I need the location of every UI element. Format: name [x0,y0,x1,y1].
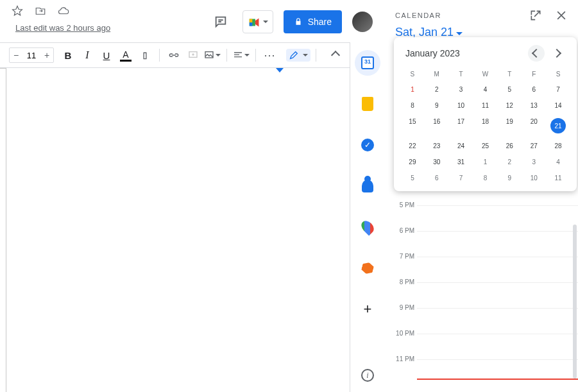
day-cell[interactable]: 5 [400,170,425,186]
day-cell[interactable]: 7 [449,170,473,186]
time-label: 10 PM [393,330,414,337]
italic-button[interactable]: I [78,46,96,64]
prev-month-button[interactable] [528,45,545,62]
day-cell[interactable]: 22 [400,138,425,154]
day-cell[interactable]: 8 [400,98,425,114]
day-cell[interactable]: 21 [546,114,570,138]
collapse-toolbar-button[interactable] [327,46,344,64]
day-cell[interactable]: 4 [473,81,498,98]
day-cell[interactable]: 2 [425,81,449,98]
day-cell[interactable]: 31 [449,154,473,170]
font-size-increase[interactable]: + [40,50,53,60]
rail-calendar[interactable] [355,50,380,76]
day-cell[interactable]: 23 [425,138,449,154]
meet-button[interactable] [242,10,273,33]
editing-mode-button[interactable] [286,49,310,62]
time-slot[interactable]: 11 PM [417,359,578,385]
day-cell[interactable]: 14 [546,98,570,114]
day-cell[interactable]: 1 [473,154,498,170]
day-cell[interactable]: 19 [497,114,522,138]
underline-button[interactable]: U [98,46,115,64]
day-cell[interactable]: 11 [473,98,498,114]
day-cell[interactable]: 11 [546,170,570,186]
time-slot[interactable]: 5 PM [417,205,578,231]
bold-button[interactable]: B [59,46,77,64]
more-button[interactable]: ⋯ [261,46,279,64]
tab-marker-icon [276,68,284,72]
rail-tasks[interactable]: ✓ [355,132,380,158]
info-icon[interactable]: i [361,369,374,382]
dow-header: W [473,67,498,81]
day-cell[interactable]: 30 [425,154,449,170]
rail-contacts[interactable] [355,173,380,199]
share-button[interactable]: Share [284,10,342,33]
day-cell[interactable]: 4 [546,154,570,170]
time-slot[interactable]: 10 PM [417,334,578,359]
document-edge [0,68,6,392]
day-cell[interactable]: 3 [522,154,546,170]
rail-maps[interactable] [355,214,380,240]
time-slot[interactable]: 8 PM [417,282,578,308]
rail-get-addons[interactable]: + [355,296,380,322]
day-cell[interactable]: 15 [400,114,425,138]
time-label: 7 PM [393,253,414,260]
day-cell[interactable]: 6 [425,170,449,186]
time-slot[interactable]: 6 PM [417,231,578,257]
contacts-icon [362,180,373,192]
font-size-decrease[interactable]: − [10,50,22,60]
day-cell[interactable]: 8 [473,170,498,186]
day-cell[interactable]: 1 [400,81,425,98]
day-cell[interactable]: 17 [449,114,473,138]
cloud-saved-icon[interactable] [58,5,69,19]
day-cell[interactable]: 29 [400,154,425,170]
day-cell[interactable]: 24 [449,138,473,154]
scrollbar[interactable] [573,225,577,379]
day-cell[interactable]: 13 [522,98,546,114]
dow-header: T [497,67,522,81]
day-cell[interactable]: 9 [425,98,449,114]
next-month-button[interactable] [548,45,565,62]
time-label: 6 PM [393,227,414,234]
day-cell[interactable]: 28 [546,138,570,154]
day-cell[interactable]: 7 [546,81,570,98]
chevron-down-icon [216,54,221,56]
day-cell[interactable]: 16 [425,114,449,138]
day-cell[interactable]: 6 [522,81,546,98]
avatar[interactable] [352,12,373,32]
rail-addon[interactable] [355,255,380,281]
time-label: 5 PM [393,201,414,209]
day-cell[interactable]: 12 [497,98,522,114]
time-label: 9 PM [393,304,414,311]
day-timeline[interactable]: 4 PM5 PM6 PM7 PM8 PM9 PM10 PM11 PM [385,180,578,392]
insert-link-button[interactable] [165,46,183,64]
day-cell[interactable]: 5 [497,81,522,98]
day-cell[interactable]: 10 [522,170,546,186]
day-cell[interactable]: 3 [449,81,473,98]
move-icon[interactable] [35,5,46,19]
open-in-new-icon[interactable] [529,9,542,22]
star-icon[interactable] [12,5,23,19]
close-icon[interactable] [555,9,568,22]
time-slot[interactable]: 7 PM [417,257,578,282]
day-cell[interactable]: 27 [522,138,546,154]
insert-image-button[interactable] [203,46,221,64]
toolbar: − + B I U A ⋯ [0,42,350,68]
day-cell[interactable]: 10 [449,98,473,114]
last-edit-text[interactable]: Last edit was 2 hours ago [15,23,110,33]
comment-history-button[interactable] [209,10,232,33]
font-size-input[interactable] [22,51,40,60]
day-cell[interactable]: 26 [497,138,522,154]
text-color-button[interactable]: A [117,46,135,64]
chevron-down-icon [456,32,463,35]
align-button[interactable] [232,46,250,64]
day-cell[interactable]: 18 [473,114,498,138]
rail-keep[interactable] [355,91,380,117]
time-slot[interactable]: 9 PM [417,308,578,334]
day-cell[interactable]: 9 [497,170,522,186]
day-cell[interactable]: 20 [522,114,546,138]
dow-header: M [425,67,449,81]
highlight-button[interactable] [136,46,154,64]
day-cell[interactable]: 25 [473,138,498,154]
add-comment-button[interactable] [184,46,202,64]
day-cell[interactable]: 2 [497,154,522,170]
